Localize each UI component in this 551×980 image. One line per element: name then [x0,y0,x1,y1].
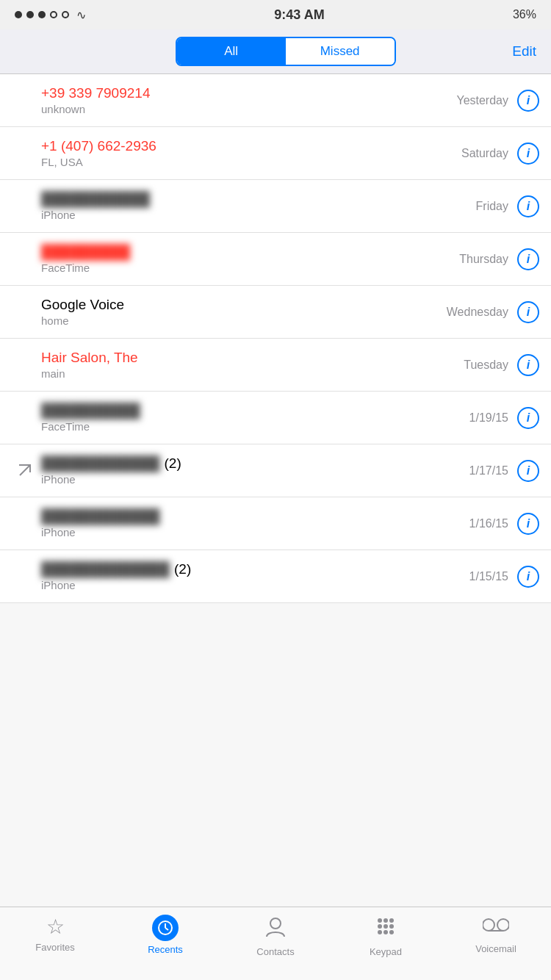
tab-recents-label: Recents [148,944,183,955]
call-item-7[interactable]: ██████████FaceTime1/19/15i [0,392,551,444]
call-meta: Yesterdayi [456,90,539,112]
call-item-3[interactable]: ███████████iPhoneFridayi [0,180,551,233]
info-button[interactable]: i [517,195,539,217]
info-button[interactable]: i [517,566,539,588]
info-button[interactable]: i [517,513,539,535]
info-button[interactable]: i [517,301,539,323]
recents-icon [152,915,179,941]
call-icon-area [12,461,38,480]
voicemail-icon [483,915,509,940]
svg-point-13 [389,930,394,934]
tab-favorites[interactable]: ☆ Favorites [0,915,110,953]
call-name: Google Voice [41,297,447,313]
svg-point-14 [483,919,494,931]
call-subtype: home [41,314,447,327]
tab-contacts[interactable]: Contacts [220,915,331,957]
signal-dot-3 [38,11,46,18]
signal-dot-4 [50,11,57,18]
call-time: Friday [476,200,508,213]
segment-all[interactable]: All [177,38,286,65]
info-button[interactable]: i [517,248,539,270]
status-bar: ∿ 9:43 AM 36% [0,0,551,29]
svg-point-11 [378,930,382,934]
call-list: +39 339 7909214unknownYesterdayi+1 (407)… [0,74,551,603]
outgoing-call-icon [15,461,35,480]
tab-keypad[interactable]: Keypad [331,915,441,957]
call-meta: Wednesdayi [447,301,539,323]
call-info: Google Voicehome [38,297,447,327]
call-name: Hair Salon, The [41,350,464,366]
svg-point-8 [378,924,382,929]
call-info: ██████████FaceTime [38,403,469,433]
svg-line-0 [20,465,30,475]
call-name: ███████████ [41,191,476,207]
call-info: +39 339 7909214unknown [38,85,456,115]
call-meta: 1/19/15i [469,407,539,429]
call-meta: 1/17/15i [469,460,539,482]
call-info: ███████████iPhone [38,191,476,221]
segment-missed[interactable]: Missed [286,38,395,65]
call-item-4[interactable]: █████████FaceTimeThursdayi [0,233,551,286]
svg-point-12 [383,930,388,934]
call-item-6[interactable]: Hair Salon, ThemainTuesdayi [0,339,551,392]
keypad-icon [374,915,397,943]
edit-button[interactable]: Edit [512,43,536,60]
call-info: +1 (407) 662-2936FL, USA [38,138,461,168]
call-name: ██████████ [41,403,469,419]
svg-line-3 [165,928,168,930]
call-item-9[interactable]: ████████████iPhone1/16/15i [0,497,551,550]
call-item-10[interactable]: █████████████(2)iPhone1/15/15i [0,550,551,603]
call-time: 1/19/15 [469,411,508,425]
svg-point-4 [270,918,281,929]
tab-recents[interactable]: Recents [110,915,220,955]
call-meta: Thursdayi [459,248,539,270]
svg-point-6 [383,918,388,923]
info-button[interactable]: i [517,354,539,376]
info-button[interactable]: i [517,460,539,482]
segment-control[interactable]: All Missed [176,37,396,66]
favorites-icon: ☆ [46,915,65,939]
tab-keypad-label: Keypad [370,946,402,957]
call-subtype: iPhone [41,526,469,538]
tab-voicemail-label: Voicemail [475,943,516,954]
call-time: 1/17/15 [469,464,508,478]
call-time: Wednesday [447,306,508,319]
wifi-icon: ∿ [76,8,86,22]
contacts-icon [264,915,287,943]
call-item-5[interactable]: Google VoicehomeWednesdayi [0,286,551,339]
info-button[interactable]: i [517,143,539,165]
svg-point-7 [389,918,394,923]
call-meta: Tuesdayi [464,354,539,376]
call-meta: Fridayi [476,195,539,217]
call-time: Yesterday [456,94,508,107]
header: All Missed Edit [0,29,551,74]
call-info: ████████████(2)iPhone [38,455,469,486]
call-meta: 1/16/15i [469,513,539,535]
call-time: Thursday [459,253,508,266]
info-button[interactable]: i [517,90,539,112]
call-info: █████████FaceTime [38,244,459,274]
call-item-1[interactable]: +39 339 7909214unknownYesterdayi [0,74,551,127]
signal-dot-5 [62,11,69,18]
call-name: ████████████(2) [41,455,469,472]
signal-dot-1 [15,11,22,18]
call-item-8[interactable]: ████████████(2)iPhone1/17/15i [0,444,551,497]
call-time: Tuesday [464,359,508,372]
signal-dot-2 [26,11,34,18]
call-name: +39 339 7909214 [41,85,456,101]
info-button[interactable]: i [517,407,539,429]
call-time: Saturday [461,147,508,160]
signal-wifi-area: ∿ [15,8,86,22]
call-subtype: main [41,367,464,380]
call-subtype: iPhone [41,209,476,221]
call-time: 1/15/15 [469,570,508,583]
tab-bar: ☆ Favorites Recents Contacts [0,907,551,980]
tab-voicemail[interactable]: Voicemail [441,915,551,954]
svg-point-9 [383,924,388,929]
call-info: ████████████iPhone [38,508,469,538]
call-name: +1 (407) 662-2936 [41,138,461,154]
call-subtype: iPhone [41,579,469,591]
svg-point-10 [389,924,394,929]
call-item-2[interactable]: +1 (407) 662-2936FL, USASaturdayi [0,127,551,180]
call-subtype: FL, USA [41,156,461,168]
